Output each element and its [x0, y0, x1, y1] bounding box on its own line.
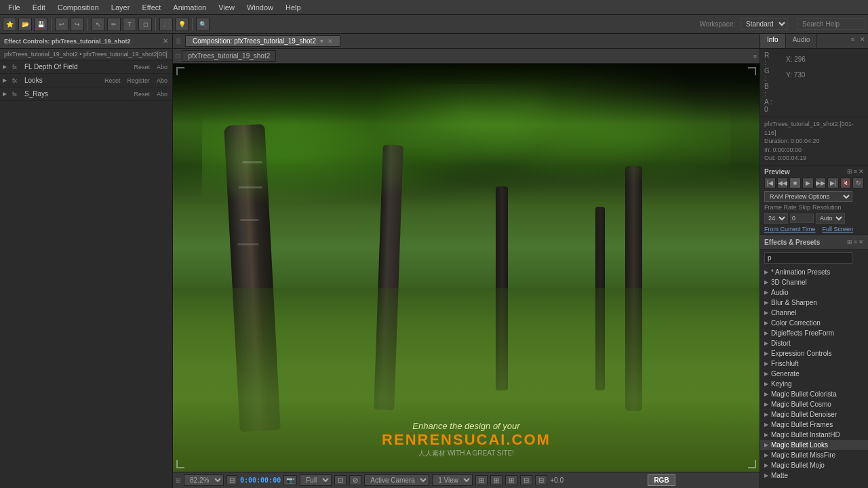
menu-effect[interactable]: Effect: [136, 2, 166, 13]
effect-enable-2[interactable]: fx: [12, 77, 22, 84]
effect-reset-2[interactable]: Reset: [102, 77, 123, 84]
effects-options[interactable]: ≡: [854, 239, 857, 245]
menu-help[interactable]: Help: [280, 2, 307, 13]
snap[interactable]: ⊞: [490, 475, 502, 485]
preview-next[interactable]: ▶▶: [815, 178, 827, 188]
effect-controls-close[interactable]: ✕: [163, 37, 168, 45]
menu-animation[interactable]: Animation: [167, 2, 212, 13]
zoom-select[interactable]: 82.2%: [184, 474, 224, 486]
effect-category-11[interactable]: ▶Keying: [760, 379, 868, 389]
effect-reset-1[interactable]: Reset: [132, 64, 152, 70]
camera-select[interactable]: Active Camera: [364, 474, 429, 486]
resolution-select[interactable]: Full: [300, 474, 332, 486]
guides[interactable]: ⊞: [505, 475, 517, 485]
effect-abo-3[interactable]: Abo: [155, 91, 170, 98]
preview-float[interactable]: ⊞: [847, 168, 852, 175]
comp-tab-options[interactable]: ▼: [319, 38, 325, 45]
cam-btn[interactable]: 📷: [283, 475, 297, 485]
menu-window[interactable]: Window: [241, 2, 279, 13]
effect-category-4[interactable]: ▶Channel: [760, 308, 868, 318]
preview-loop[interactable]: ↻: [852, 178, 864, 188]
help-search[interactable]: [797, 18, 865, 30]
framerate-select[interactable]: 24: [764, 213, 788, 224]
toolbar-new[interactable]: ⭐: [3, 18, 16, 31]
effect-category-19[interactable]: ▶Magic Bullet Mojo: [760, 460, 868, 470]
toolbar-light[interactable]: 💡: [175, 18, 189, 31]
effect-triangle-2[interactable]: ▶: [3, 77, 9, 83]
preview-options-btn[interactable]: ≡: [854, 168, 857, 175]
fit-btn[interactable]: ⊟: [226, 475, 237, 485]
effect-category-12[interactable]: ▶Magic Bullet Colorista: [760, 389, 868, 399]
toolbar-camera[interactable]: 🎥: [159, 18, 173, 31]
toolbar-select[interactable]: ↖: [92, 18, 105, 31]
effect-category-2[interactable]: ▶Audio: [760, 287, 868, 298]
effect-category-16[interactable]: ▶Magic Bullet InstantHD: [760, 430, 868, 440]
toolbar-open[interactable]: 📂: [18, 18, 32, 31]
safe-zones[interactable]: ⊡: [334, 475, 347, 485]
toggle-view[interactable]: ⊞: [475, 475, 488, 485]
grid[interactable]: ⊟: [520, 475, 532, 485]
effects-close[interactable]: ✕: [859, 239, 864, 245]
preview-mute[interactable]: 🔇: [840, 178, 852, 188]
comp-tab-main[interactable]: Composition: pfxTrees_tutorial_19_shot2 …: [185, 35, 340, 47]
effect-category-14[interactable]: ▶Magic Bullet Denoiser: [760, 409, 868, 420]
full-screen-link[interactable]: Full Screen: [823, 226, 854, 232]
effect-triangle-3[interactable]: ▶: [3, 91, 9, 97]
exposure[interactable]: ⊟: [535, 475, 547, 485]
tab-audio[interactable]: Audio: [786, 34, 818, 48]
effect-abo-1[interactable]: Abo: [155, 64, 170, 70]
effect-category-7[interactable]: ▶Distort: [760, 338, 868, 348]
effect-register-2[interactable]: Register: [125, 77, 152, 84]
toolbar-redo[interactable]: ↪: [71, 18, 84, 31]
tab-info[interactable]: Info: [760, 34, 786, 48]
preview-stop[interactable]: ■: [789, 178, 801, 188]
effect-category-13[interactable]: ▶Magic Bullet Cosmo: [760, 399, 868, 409]
effect-category-15[interactable]: ▶Magic Bullet Frames: [760, 420, 868, 430]
overlay[interactable]: ⊘: [349, 475, 361, 485]
info-panel-options[interactable]: ≡: [848, 34, 857, 48]
effect-triangle-1[interactable]: ▶: [3, 64, 9, 70]
effect-category-10[interactable]: ▶Generate: [760, 369, 868, 379]
effect-category-17[interactable]: ▶Magic Bullet Looks: [760, 440, 868, 450]
effect-reset-3[interactable]: Reset: [132, 91, 152, 98]
effect-category-1[interactable]: ▶3D Channel: [760, 277, 868, 287]
toolbar-undo[interactable]: ↩: [55, 18, 68, 31]
menu-file[interactable]: File: [3, 2, 26, 13]
toolbar-text[interactable]: T: [123, 18, 136, 31]
effect-enable-3[interactable]: fx: [12, 91, 22, 98]
viewer-expand[interactable]: ⊞: [176, 477, 181, 484]
ram-preview-select[interactable]: RAM Preview Options: [764, 191, 852, 202]
menu-view[interactable]: View: [213, 2, 240, 13]
resolution-select-preview[interactable]: Auto: [816, 213, 845, 224]
from-current-link[interactable]: From Current Time: [764, 226, 816, 232]
effect-category-5[interactable]: ▶Color Correction: [760, 318, 868, 328]
effect-category-6[interactable]: ▶Digieffects FreeForm: [760, 328, 868, 338]
effect-category-0[interactable]: ▶* Animation Presets: [760, 267, 868, 277]
menu-layer[interactable]: Layer: [106, 2, 136, 13]
rgb-button[interactable]: RGB: [648, 474, 675, 486]
preview-prev[interactable]: ◀◀: [777, 178, 789, 188]
effect-category-9[interactable]: ▶Frischluft: [760, 359, 868, 369]
effect-category-18[interactable]: ▶Magic Bullet MissFire: [760, 450, 868, 460]
skip-input[interactable]: [790, 214, 814, 223]
toolbar-shape[interactable]: ◻: [138, 18, 152, 31]
effect-category-3[interactable]: ▶Blur & Sharpen: [760, 298, 868, 308]
workspace-select[interactable]: Standard: [740, 18, 788, 30]
effect-enable-1[interactable]: fx: [12, 64, 22, 70]
comp-tab-close[interactable]: ✕: [328, 38, 333, 45]
viewer-menu-btn[interactable]: ≡: [753, 53, 757, 60]
effects-search-input[interactable]: [764, 252, 852, 264]
toolbar-zoom[interactable]: 🔍: [196, 18, 210, 31]
effects-float[interactable]: ⊞: [847, 239, 852, 245]
effect-category-20[interactable]: ▶Matte: [760, 470, 868, 481]
menu-edit[interactable]: Edit: [27, 2, 51, 13]
menu-composition[interactable]: Composition: [52, 2, 104, 13]
toolbar-save[interactable]: 💾: [34, 18, 47, 31]
view-select[interactable]: 1 View: [432, 474, 473, 486]
preview-first[interactable]: |◀: [764, 178, 776, 188]
toolbar-pen[interactable]: ✏: [107, 18, 121, 31]
preview-play[interactable]: ▶: [802, 178, 814, 188]
info-panel-close[interactable]: ✕: [857, 34, 868, 48]
preview-close[interactable]: ✕: [859, 168, 864, 175]
preview-last[interactable]: ▶|: [827, 178, 839, 188]
